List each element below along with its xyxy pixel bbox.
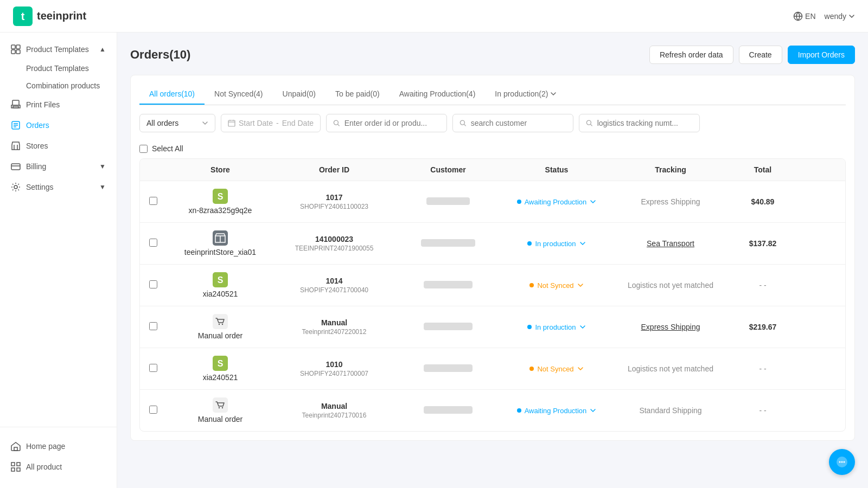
svg-rect-5 bbox=[16, 45, 20, 49]
row2-checkbox[interactable] bbox=[149, 239, 157, 247]
svg-line-29 bbox=[464, 124, 466, 126]
date-start: Start Date bbox=[239, 119, 273, 127]
th-total: Total bbox=[730, 159, 795, 181]
row6-order-id-sub: Teeinprint2407170016 bbox=[302, 412, 367, 419]
filters-row: All orders Start Date - End Date bbox=[139, 114, 846, 132]
row3-status-dot bbox=[529, 283, 534, 287]
row1-checkbox[interactable] bbox=[149, 197, 157, 205]
row4-customer-cell bbox=[394, 315, 502, 339]
date-range-filter[interactable]: Start Date - End Date bbox=[221, 114, 321, 132]
row6-status-badge[interactable]: Awaiting Production bbox=[512, 404, 602, 417]
language-selector[interactable]: EN bbox=[793, 11, 815, 21]
sidebar-item-billing[interactable]: Billing ▼ bbox=[0, 156, 117, 177]
row4-checkbox-cell bbox=[140, 314, 166, 339]
tab-awaiting-production[interactable]: Awaiting Production(4) bbox=[390, 84, 486, 105]
chat-button[interactable] bbox=[829, 449, 855, 475]
row5-orderid-cell: 1010 SHOPIFY24071700007 bbox=[275, 352, 394, 385]
tab-unpaid[interactable]: Unpaid(0) bbox=[273, 84, 326, 105]
row2-order-id-sub: TEEINPRINT24071900055 bbox=[295, 245, 374, 252]
sidebar-home-label: Home page bbox=[26, 442, 65, 451]
row6-store-name: Manual order bbox=[198, 415, 243, 423]
select-all-row: Select All bbox=[139, 141, 846, 158]
row5-total-dash: - - bbox=[759, 364, 766, 373]
table-row: S xia240521 1010 SHOPIFY24071700007 bbox=[140, 348, 845, 390]
row5-checkbox-cell bbox=[140, 356, 166, 381]
sidebar-sub-product-templates[interactable]: Product Templates bbox=[0, 60, 117, 77]
row1-customer-blur bbox=[426, 197, 470, 205]
logo-text: teeinprint bbox=[37, 10, 86, 22]
row2-store-name: teeinprintStore_xia01 bbox=[184, 248, 256, 256]
row3-status-badge[interactable]: Not Synced bbox=[524, 279, 589, 292]
row6-checkbox-cell bbox=[140, 398, 166, 423]
status-chevron-icon bbox=[579, 324, 586, 330]
svg-point-26 bbox=[334, 120, 338, 125]
lang-label: EN bbox=[805, 12, 815, 21]
tracking-search-input[interactable] bbox=[597, 119, 693, 127]
sidebar-item-print-files[interactable]: Print Files bbox=[0, 94, 117, 115]
row6-status-dot bbox=[517, 408, 521, 413]
tab-in-production[interactable]: In production(2) bbox=[485, 84, 566, 105]
status-chevron-icon bbox=[590, 407, 596, 414]
refresh-button[interactable]: Refresh order data bbox=[649, 46, 733, 64]
customer-search-input[interactable] bbox=[471, 119, 566, 127]
chevron-up-icon: ▲ bbox=[99, 46, 106, 53]
tracking-search-icon bbox=[586, 119, 593, 127]
select-all-checkbox[interactable] bbox=[139, 145, 148, 153]
tracking-search-filter[interactable] bbox=[579, 114, 700, 132]
shopify-icon-2: S bbox=[213, 272, 228, 287]
row3-customer-blur bbox=[424, 281, 473, 288]
th-customer: Customer bbox=[394, 159, 502, 181]
row2-checkbox-cell bbox=[140, 231, 166, 256]
sidebar-item-settings[interactable]: Settings ▼ bbox=[0, 177, 117, 197]
row3-checkbox-cell bbox=[140, 273, 166, 298]
row5-checkbox[interactable] bbox=[149, 364, 157, 372]
tab-to-be-paid[interactable]: To be paid(0) bbox=[326, 84, 390, 105]
row1-status-dot bbox=[517, 200, 521, 204]
row1-status-cell: Awaiting Production bbox=[502, 188, 611, 216]
row2-orderid-cell: 141000023 TEEINPRINT24071900055 bbox=[275, 227, 394, 260]
row4-checkbox[interactable] bbox=[149, 322, 157, 330]
shopify-icon-3: S bbox=[213, 356, 228, 371]
status-chevron-icon bbox=[590, 198, 596, 205]
import-orders-button[interactable]: Import Orders bbox=[788, 46, 855, 64]
row1-tracking-cell: Express Shipping bbox=[611, 190, 730, 214]
create-button[interactable]: Create bbox=[739, 46, 782, 64]
sidebar-sub-combination-products[interactable]: Combination products bbox=[0, 77, 117, 94]
svg-point-44 bbox=[219, 407, 220, 408]
row4-status-dot bbox=[527, 325, 532, 329]
row2-status-badge[interactable]: In production bbox=[522, 237, 591, 250]
sidebar-item-home-page[interactable]: Home page bbox=[0, 436, 117, 457]
row1-total-cell: $40.89 bbox=[730, 190, 795, 214]
row4-tracking-link[interactable]: Express Shipping bbox=[641, 323, 700, 331]
header-actions: Refresh order data Create Import Orders bbox=[649, 46, 855, 64]
order-type-filter[interactable]: All orders bbox=[139, 114, 215, 132]
svg-point-40 bbox=[222, 324, 223, 325]
row1-status-badge[interactable]: Awaiting Production bbox=[512, 196, 602, 208]
row4-order-id-sub: Teeinprint2407220012 bbox=[302, 328, 367, 336]
sidebar-item-all-product[interactable]: All product bbox=[0, 457, 117, 477]
tab-not-synced[interactable]: Not Synced(4) bbox=[205, 84, 272, 105]
row3-status-cell: Not Synced bbox=[502, 272, 611, 299]
row5-status-badge[interactable]: Not Synced bbox=[524, 363, 589, 375]
row3-checkbox[interactable] bbox=[149, 280, 157, 288]
sidebar-divider bbox=[0, 427, 117, 427]
row2-store-cell: teeinprintStore_xia01 bbox=[166, 223, 275, 264]
sidebar-item-stores[interactable]: Stores bbox=[0, 136, 117, 156]
row3-order-id-sub: SHOPIFY24071700040 bbox=[300, 286, 368, 294]
sidebar-item-orders[interactable]: Orders bbox=[0, 115, 117, 136]
customer-search-filter[interactable] bbox=[452, 114, 573, 132]
sidebar-item-product-templates[interactable]: Product Templates ▲ bbox=[0, 39, 117, 60]
user-menu[interactable]: wendy bbox=[825, 12, 855, 21]
row2-tracking-link[interactable]: Sea Transport bbox=[647, 239, 694, 248]
tab-all-orders[interactable]: All orders(10) bbox=[139, 84, 205, 105]
row4-status-badge[interactable]: In production bbox=[522, 321, 591, 333]
order-search-filter[interactable] bbox=[326, 114, 447, 132]
tabs-container: All orders(10) Not Synced(4) Unpaid(0) T… bbox=[139, 84, 846, 105]
row1-orderid-cell: 1017 SHOPIFY24061100023 bbox=[275, 185, 394, 218]
row1-store-cell: S xn-8zraa325g9q2e bbox=[166, 181, 275, 222]
order-search-input[interactable] bbox=[344, 119, 440, 127]
row6-checkbox[interactable] bbox=[149, 406, 157, 414]
table-row: Manual order Manual Teeinprint2407220012 bbox=[140, 306, 845, 348]
template-icon bbox=[11, 44, 21, 54]
row1-order-id-sub: SHOPIFY24061100023 bbox=[300, 203, 368, 210]
